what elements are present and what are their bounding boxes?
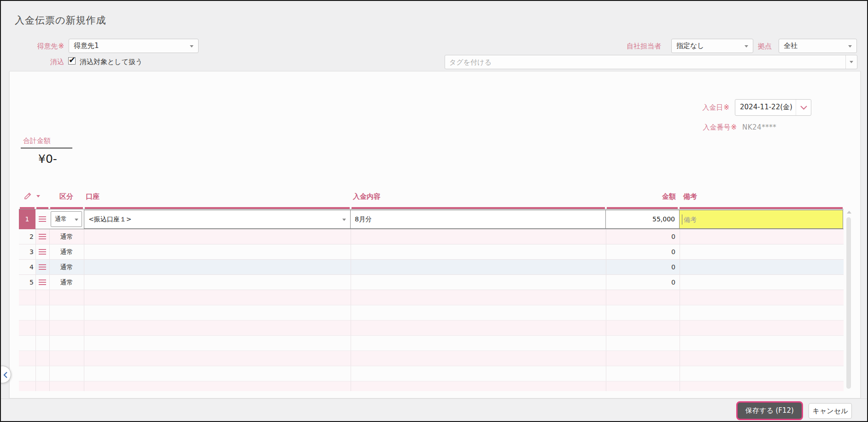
branch-select[interactable]: 全社	[779, 39, 857, 53]
empty-row	[19, 305, 844, 321]
naiyou-cell[interactable]: 8月分	[350, 210, 606, 229]
empty-row	[19, 336, 844, 351]
col-header-kouza: 口座	[86, 192, 100, 201]
row-number: 4	[19, 260, 34, 274]
pencil-icon[interactable]	[23, 190, 33, 202]
hamburger-icon[interactable]	[39, 234, 46, 241]
cancel-button[interactable]: キャンセル	[809, 403, 852, 419]
bikou-input[interactable]	[680, 210, 843, 228]
col-header-bikou: 備考	[683, 192, 697, 201]
kubun-value[interactable]: 通常	[49, 229, 84, 244]
date-dropdown-button[interactable]	[796, 100, 811, 115]
save-button[interactable]: 保存する (F12)	[736, 401, 803, 420]
row-background	[35, 260, 844, 274]
check-icon: ✔	[69, 55, 76, 65]
empty-row	[19, 351, 844, 366]
main-panel: 入金日※ 2024-11-22(金) 入金番号※ NK24**** 合計金額 ¥…	[9, 71, 861, 398]
rep-label: 自社担当者	[627, 42, 661, 51]
total-underline	[21, 148, 72, 149]
hamburger-icon[interactable]	[39, 216, 46, 223]
hamburger-icon[interactable]	[39, 279, 46, 286]
row-background	[35, 244, 844, 259]
table-row-2: 2 通常 0	[19, 229, 844, 244]
deposit-slip-window: 入金伝票の新規作成 得意先※ 得意先1 自社担当者 指定なし 拠点 全社 消込 …	[0, 0, 868, 422]
tag-dropdown-button[interactable]	[845, 55, 857, 69]
kubun-value[interactable]: 通常	[49, 260, 84, 274]
required-mark: ※	[723, 103, 729, 112]
keshikomi-checkbox[interactable]: ✔	[68, 57, 76, 65]
empty-row	[19, 381, 844, 391]
required-mark: ※	[58, 42, 64, 50]
row-number: 5	[19, 275, 34, 290]
kingaku-value[interactable]: 0	[606, 229, 680, 244]
kubun-value[interactable]: 通常	[49, 275, 84, 290]
table-scrollbar[interactable]	[845, 209, 852, 391]
empty-row	[19, 321, 844, 336]
required-mark: ※	[731, 123, 737, 131]
table-row-3: 3 通常 0	[19, 244, 844, 260]
table-row-1: 1 通常 <振込口座１> 8月分 55,000	[19, 209, 844, 229]
deposit-date-label: 入金日※	[650, 103, 729, 112]
col-header-kubun: 区分	[50, 192, 82, 201]
row-background	[35, 275, 844, 290]
empty-row	[19, 366, 844, 381]
total-amount-value: ¥0-	[38, 152, 57, 166]
kingaku-value[interactable]: 0	[606, 275, 680, 290]
tag-input-wrap	[445, 55, 857, 69]
deposit-number-value: NK24****	[742, 123, 776, 131]
col-header-naiyou: 入金内容	[353, 192, 381, 201]
col-header-kingaku: 金額	[630, 192, 676, 201]
kubun-value[interactable]: 通常	[49, 244, 84, 259]
table-row-4: 4 通常 0	[19, 260, 844, 275]
chevron-left-icon	[3, 371, 8, 379]
row-background	[35, 229, 844, 244]
chevron-down-icon	[190, 45, 194, 48]
chevron-down-icon	[75, 219, 78, 221]
keshikomi-label: 消込	[19, 58, 64, 66]
scrollbar-thumb[interactable]	[846, 217, 851, 389]
customer-select[interactable]: 得意先1	[69, 39, 199, 53]
customer-label: 得意先※	[19, 42, 64, 51]
hamburger-icon[interactable]	[39, 249, 46, 256]
page-title: 入金伝票の新規作成	[15, 14, 106, 27]
edit-dropdown-icon[interactable]	[36, 195, 40, 197]
row-number: 3	[19, 244, 34, 259]
total-amount-label: 合計金額	[23, 137, 51, 145]
chevron-down-icon	[745, 45, 748, 48]
kouza-select[interactable]: <振込口座１>	[84, 210, 351, 229]
deposit-number-label: 入金番号※	[657, 123, 737, 132]
kubun-select[interactable]: 通常	[51, 211, 82, 227]
tag-input[interactable]	[445, 55, 845, 69]
entry-table: 1 通常 <振込口座１> 8月分 55,000 2 通常 0	[19, 209, 844, 391]
deposit-date-select[interactable]: 2024-11-22(金)	[735, 99, 811, 116]
scroll-up-icon[interactable]	[847, 211, 851, 214]
bikou-cell-highlighted	[679, 210, 843, 229]
chevron-down-icon	[848, 45, 852, 48]
empty-row	[19, 290, 844, 305]
chevron-down-icon	[850, 61, 853, 63]
chevron-down-icon	[800, 105, 808, 110]
kingaku-cell[interactable]: 55,000	[605, 210, 680, 229]
branch-label: 拠点	[758, 42, 772, 51]
row-number: 2	[19, 229, 34, 244]
chevron-down-icon	[342, 219, 346, 221]
keshikomi-checkbox-label: 消込対象として扱う	[80, 58, 142, 66]
hamburger-icon[interactable]	[39, 264, 46, 271]
rep-select[interactable]: 指定なし	[671, 39, 753, 53]
table-row-5: 5 通常 0	[19, 275, 844, 290]
row-number: 1	[19, 209, 35, 229]
kingaku-value[interactable]: 0	[606, 260, 680, 274]
footer-bar: 保存する (F12) キャンセル	[1, 398, 867, 421]
kingaku-value[interactable]: 0	[606, 244, 680, 259]
